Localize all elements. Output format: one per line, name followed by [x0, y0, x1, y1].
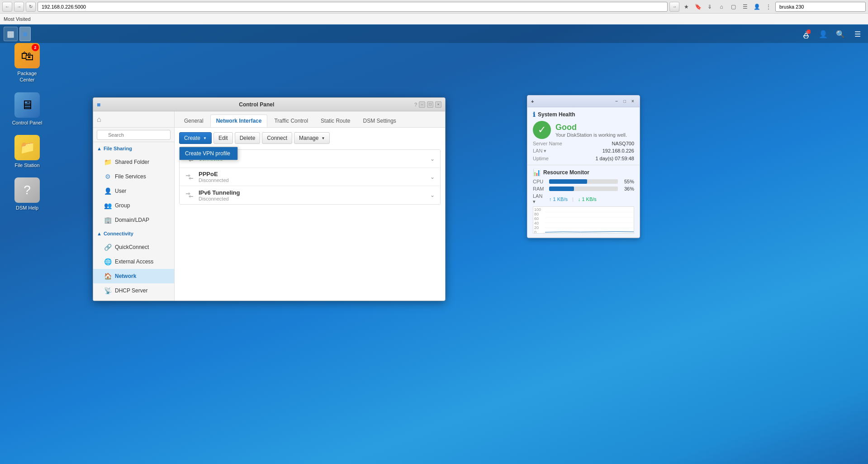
widget-restore-btn[interactable]: □ — [621, 98, 628, 105]
bookmark-icon[interactable]: 🔖 — [693, 2, 703, 12]
sidebar-item-shared-folder[interactable]: 📁 Shared Folder — [93, 155, 174, 169]
vpn-ipv6-info: IPv6 Tunneling Disconnected — [199, 189, 430, 201]
user-icon: 👤 — [104, 187, 111, 195]
chart-label-60: 60 — [534, 216, 544, 221]
file-sharing-collapse-icon: ▲ — [97, 146, 102, 151]
bookmarks-label: Most Visited — [4, 16, 31, 22]
vpn-item-pppoe[interactable]: PPPoE Disconnected ⌄ — [180, 168, 440, 186]
close-btn[interactable]: × — [435, 101, 441, 108]
home-icon[interactable]: ⌂ — [716, 2, 726, 12]
desktop-taskbar: ▦ ■ ! 👤 🔍 ☰ — [0, 25, 868, 43]
resource-monitor-title: Resource Monitor — [543, 169, 589, 176]
forward-button[interactable]: → — [14, 2, 24, 12]
delete-button[interactable]: Delete — [235, 132, 261, 144]
tab-network-interface-label: Network Interface — [216, 118, 262, 124]
search-icon[interactable]: 🔍 — [834, 27, 847, 41]
download-icon[interactable]: ⇓ — [705, 2, 715, 12]
address-bar[interactable] — [38, 2, 668, 12]
sidebar-item-quickconnect[interactable]: 🔗 QuickConnect — [93, 240, 174, 254]
dhcp-icon: 📡 — [104, 287, 111, 294]
file-station-label: File Station — [14, 162, 39, 168]
ram-bar — [549, 187, 574, 191]
profile-icon[interactable]: 👤 — [752, 2, 762, 12]
notification-icon[interactable]: ! — [799, 27, 813, 41]
server-name-label: Server Name — [533, 141, 562, 146]
create-dropdown-arrow: ▼ — [203, 136, 207, 140]
sidebar-item-file-services[interactable]: ⚙ File Services — [93, 169, 174, 184]
desktop-icon-control-panel[interactable]: 🖥 Control Panel — [9, 92, 45, 126]
vpn-item-ipv6[interactable]: IPv6 Tunneling Disconnected ⌄ — [180, 186, 440, 204]
widget-minimize-btn[interactable]: – — [613, 98, 620, 105]
home-icon: ⌂ — [97, 115, 101, 124]
reload-button[interactable]: ↻ — [26, 2, 36, 12]
sidebar-item-group[interactable]: 👥 Group — [93, 198, 174, 213]
resource-monitor-icon: 📊 — [533, 169, 541, 176]
chart-label-80: 80 — [534, 212, 544, 216]
maximize-btn[interactable]: □ — [427, 101, 433, 108]
create-dropdown-menu: Create VPN profile — [179, 147, 238, 160]
create-vpn-profile-item[interactable]: Create VPN profile — [180, 147, 237, 160]
sidebar-item-network[interactable]: 🏠 Network — [93, 269, 174, 283]
desktop-icon-file-station[interactable]: 📁 File Station — [9, 135, 45, 168]
back-button[interactable]: ← — [2, 2, 12, 12]
tab-network-interface[interactable]: Network Interface — [210, 115, 268, 127]
tab-traffic-control-label: Traffic Control — [274, 118, 308, 124]
ram-label: RAM — [533, 186, 546, 191]
vpn-ipv6-status: Disconnected — [199, 196, 430, 201]
uptime-value: 1 day(s) 07:59:48 — [595, 156, 634, 161]
go-button[interactable]: → — [669, 2, 679, 12]
system-health-widget: + – □ × ℹ System Health ✓ Good Your Disk… — [527, 95, 640, 238]
bookmark-star-icon[interactable]: ★ — [681, 2, 691, 12]
minimize-btn[interactable]: – — [419, 101, 425, 108]
chart-label-20: 20 — [534, 225, 544, 230]
cpu-pct-label: 55% — [621, 179, 634, 184]
content-toolbar: Create ▼ Edit Delete Connect Manage ▼ — [179, 132, 441, 144]
tab-dsm-settings[interactable]: DSM Settings — [357, 115, 402, 127]
system-health-title: System Health — [538, 111, 575, 118]
widget-add-icon[interactable]: + — [531, 99, 534, 104]
taskbar-control-panel-btn[interactable]: ■ — [19, 27, 31, 41]
tab-traffic-control[interactable]: Traffic Control — [268, 115, 314, 127]
sidebar-section-file-sharing[interactable]: ▲ File Sharing — [93, 142, 174, 155]
more-icon[interactable]: ⋮ — [764, 2, 773, 12]
synology-icon[interactable]: ▢ — [728, 2, 738, 12]
desktop-icon-package-center[interactable]: 🛍 2 PackageCenter — [9, 43, 45, 83]
sidebar-item-dhcp-server[interactable]: 📡 DHCP Server — [93, 283, 174, 298]
create-button[interactable]: Create ▼ — [179, 132, 212, 144]
connect-button[interactable]: Connect — [262, 132, 292, 144]
sidebar-item-external-access[interactable]: 🌐 External Access — [93, 254, 174, 269]
menu-icon[interactable]: ☰ — [851, 27, 864, 41]
widget-close-btn[interactable]: × — [630, 98, 636, 105]
create-label: Create — [184, 135, 200, 141]
desktop-icon-dsm-help[interactable]: ? DSM Help — [9, 177, 45, 211]
group-label: Group — [115, 202, 130, 209]
tab-general[interactable]: General — [178, 115, 209, 127]
vpn-ipv6-name: IPv6 Tunneling — [199, 189, 430, 196]
sidebar-item-domain-ldap[interactable]: 🏢 Domain/LDAP — [93, 213, 174, 227]
vpn-pppoe-info: PPPoE Disconnected — [199, 171, 430, 183]
vpn-pppoe-name: PPPoE — [199, 171, 430, 177]
vpn-ipv6-arrows-icon — [185, 191, 194, 199]
sidebar-search-input[interactable] — [97, 130, 171, 140]
vpn-pppoe-status: Disconnected — [199, 177, 430, 183]
vpn-connected-expand-icon[interactable]: ⌄ — [430, 156, 435, 162]
cpu-bar-container — [549, 179, 618, 184]
cpu-label: CPU — [533, 179, 546, 184]
taskbar-grid-btn[interactable]: ▦ — [4, 27, 18, 41]
cpu-row: CPU 55% — [533, 179, 634, 184]
sidebar-home-btn[interactable]: ⌂ — [93, 111, 174, 128]
lan-download-value: ↓ 1 KB/s — [578, 196, 597, 202]
browser-search-input[interactable] — [775, 2, 866, 12]
user-icon[interactable]: 👤 — [816, 27, 830, 41]
tab-bar: General Network Interface Traffic Contro… — [175, 111, 445, 128]
vpn-ipv6-expand-icon[interactable]: ⌄ — [430, 192, 435, 198]
sidebar-section-connectivity[interactable]: ▲ Connectivity — [93, 227, 174, 240]
help-btn[interactable]: ? — [413, 101, 419, 108]
file-services-label: File Services — [115, 173, 146, 180]
sidebar-item-user[interactable]: 👤 User — [93, 184, 174, 198]
manage-button[interactable]: Manage ▼ — [294, 132, 330, 144]
edit-button[interactable]: Edit — [213, 132, 233, 144]
tab-static-route[interactable]: Static Route — [315, 115, 356, 127]
vpn-pppoe-expand-icon[interactable]: ⌄ — [430, 174, 435, 180]
extensions-icon[interactable]: ☰ — [740, 2, 750, 12]
